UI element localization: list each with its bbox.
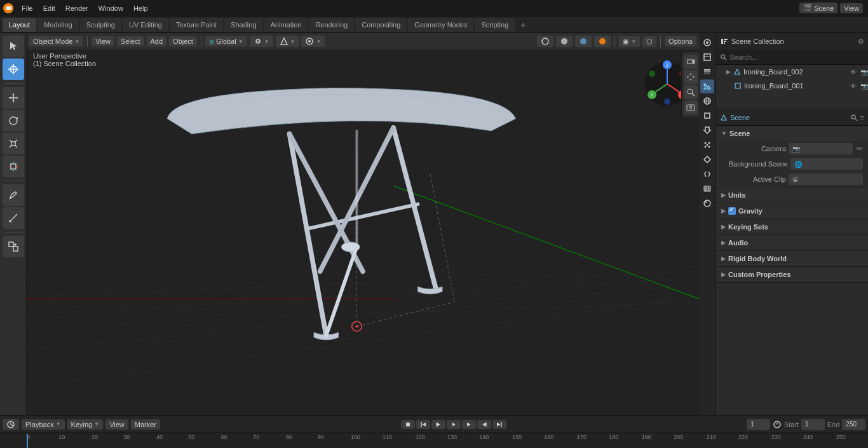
tab-texture-paint[interactable]: Texture Paint <box>170 18 223 32</box>
viewport-shading-rendered[interactable] <box>594 36 611 47</box>
menu-edit[interactable]: Edit <box>38 0 60 16</box>
properties-filter-icon[interactable]: ≡ <box>860 114 864 121</box>
props-tab-physics[interactable] <box>700 153 714 166</box>
tool-measure[interactable] <box>3 207 24 229</box>
props-tab-object[interactable] <box>700 109 714 123</box>
menu-render[interactable]: Render <box>60 0 93 16</box>
tool-cursor[interactable] <box>3 58 24 80</box>
viewport-zoom-btn[interactable] <box>684 85 698 99</box>
camera-eyedropper-icon[interactable]: ✏ <box>857 144 863 153</box>
menu-help[interactable]: Help <box>128 0 153 16</box>
prev-keyframe-button[interactable] <box>431 420 445 429</box>
viewport-shading-solid[interactable] <box>556 36 573 47</box>
props-tab-output[interactable] <box>700 50 714 64</box>
custom-props-header[interactable]: ▶ Custom Properties <box>716 267 868 282</box>
viewport-camera-btn[interactable] <box>684 55 698 69</box>
render-icon-1[interactable]: 📷 <box>860 69 868 76</box>
playback-menu[interactable]: Playback ▼ <box>22 419 65 430</box>
props-tab-material[interactable] <box>700 196 714 210</box>
visibility-icon-1[interactable]: 👁 <box>850 69 857 76</box>
playhead[interactable] <box>27 434 28 448</box>
tab-rendering[interactable]: Rendering <box>309 18 354 32</box>
tool-rotate[interactable] <box>3 110 24 132</box>
props-tab-world[interactable] <box>700 94 714 108</box>
tab-shading[interactable]: Shading <box>224 18 262 32</box>
options-button[interactable]: Options <box>665 36 696 46</box>
proportional-toggle[interactable]: ▼ <box>301 36 325 47</box>
tab-compositing[interactable]: Compositing <box>355 18 407 32</box>
outliner-filter-icon[interactable]: ⚙ <box>858 37 864 46</box>
render-icon-2[interactable]: 📷 <box>860 83 868 90</box>
props-tab-particle[interactable] <box>700 138 714 152</box>
keying-menu[interactable]: Keying ▼ <box>67 419 104 430</box>
play-reverse-button[interactable] <box>447 420 461 429</box>
pivot-selector[interactable]: ▼ <box>250 36 273 47</box>
xray-toggle[interactable]: ⬡ <box>642 36 656 47</box>
mode-selector[interactable]: Object Mode ▼ <box>29 36 83 46</box>
units-section-header[interactable]: ▶ Units <box>716 187 868 203</box>
snap-toggle[interactable]: ▼ <box>276 36 299 47</box>
end-frame-field[interactable]: 250 <box>842 419 865 430</box>
props-tab-modifier[interactable] <box>700 123 714 137</box>
timeline-scrubber[interactable]: 0 10 20 30 40 50 60 70 80 90 100 110 120… <box>0 432 868 448</box>
menu-file[interactable]: File <box>17 0 38 16</box>
view-layer-selector[interactable]: View <box>840 3 863 13</box>
outliner-item-board-001[interactable]: Ironing_Board_001 👁 📷 <box>716 79 868 93</box>
jump-end-button[interactable] <box>492 420 506 429</box>
tab-geometry-nodes[interactable]: Geometry Nodes <box>408 18 473 32</box>
props-tab-scene[interactable] <box>700 79 714 93</box>
viewport-shading-material[interactable] <box>575 36 592 47</box>
stop-button[interactable] <box>401 420 415 429</box>
start-frame-field[interactable]: 1 <box>801 419 825 430</box>
timeline-type-selector[interactable] <box>3 419 19 430</box>
camera-field[interactable]: 📷 <box>789 143 853 154</box>
tab-animation[interactable]: Animation <box>264 18 308 32</box>
viewport-camera2-btn[interactable] <box>684 100 698 114</box>
next-keyframe-button[interactable] <box>477 420 491 429</box>
viewport[interactable]: Object Mode ▼ View Select Add Object ⊕ G… <box>27 33 699 415</box>
overlay-toggle[interactable]: ◉ ▼ <box>619 36 640 47</box>
tool-scale[interactable] <box>3 133 24 154</box>
tab-layout[interactable]: Layout <box>3 18 36 32</box>
active-clip-field[interactable]: 📽 <box>789 173 863 185</box>
visibility-icon-2[interactable]: 👁 <box>850 83 857 90</box>
outliner-item-board-002[interactable]: ▶ Ironing_Board_002 👁 📷 <box>716 65 868 79</box>
audio-header[interactable]: ▶ Audio <box>716 235 868 250</box>
outliner-search-input[interactable] <box>729 53 864 61</box>
tool-select[interactable] <box>3 36 24 57</box>
svg-point-105 <box>705 201 707 203</box>
view-menu[interactable]: View <box>92 36 114 46</box>
props-tab-view-layer[interactable] <box>700 65 714 79</box>
view-menu-timeline[interactable]: View <box>105 419 128 430</box>
tab-modeling[interactable]: Modeling <box>37 18 79 32</box>
add-workspace-button[interactable]: + <box>516 18 530 32</box>
props-tab-render[interactable] <box>700 36 714 50</box>
current-frame-field[interactable]: 1 <box>747 419 770 430</box>
jump-start-button[interactable] <box>416 420 430 429</box>
tool-transform[interactable] <box>3 156 24 177</box>
select-menu[interactable]: Select <box>117 36 144 46</box>
add-menu[interactable]: Add <box>147 36 167 46</box>
tool-annotate[interactable] <box>3 184 24 206</box>
play-button[interactable] <box>462 420 476 429</box>
gravity-section-header[interactable]: ▶ Gravity <box>716 203 868 219</box>
object-menu[interactable]: Object <box>169 36 197 46</box>
tool-add[interactable] <box>3 236 24 257</box>
transform-selector[interactable]: ⊕ Global ▼ <box>205 36 247 46</box>
tab-sculpting[interactable]: Sculpting <box>80 18 121 32</box>
rigid-body-header[interactable]: ▶ Rigid Body World <box>716 251 868 266</box>
marker-menu[interactable]: Marker <box>131 419 160 430</box>
viewport-move-btn[interactable] <box>684 70 698 84</box>
scene-selector[interactable]: 🎬 Scene <box>799 3 837 13</box>
gravity-checkbox[interactable] <box>728 207 736 215</box>
tab-uv-editing[interactable]: UV Editing <box>123 18 168 32</box>
props-tab-data[interactable] <box>700 182 714 196</box>
background-scene-field[interactable]: 🌐 <box>790 158 863 170</box>
keying-sets-header[interactable]: ▶ Keying Sets <box>716 219 868 234</box>
props-tab-constraints[interactable] <box>700 167 714 181</box>
menu-window[interactable]: Window <box>93 0 128 16</box>
tool-move[interactable] <box>3 87 24 109</box>
scene-section-header[interactable]: ▼ Scene <box>716 126 868 141</box>
viewport-shading-wire[interactable] <box>537 36 553 47</box>
tab-scripting[interactable]: Scripting <box>475 18 515 32</box>
